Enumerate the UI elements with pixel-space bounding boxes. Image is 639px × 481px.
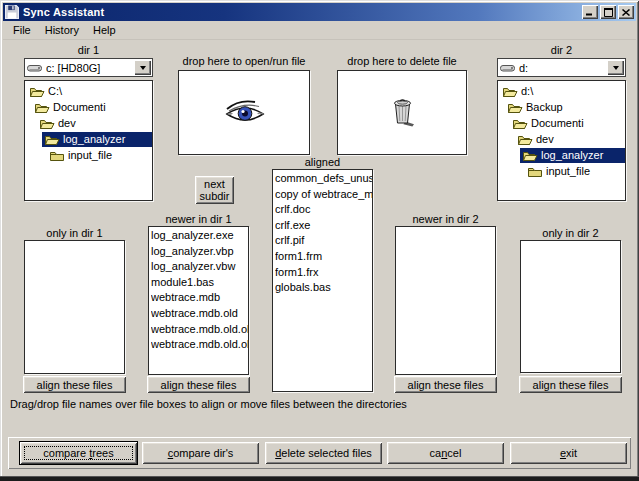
drive-icon (500, 63, 516, 73)
align-files-button-only-dir1[interactable]: align these files (23, 376, 126, 393)
action-panel: compare trees compare dir's delete selec… (8, 437, 631, 469)
newer-dir2-list[interactable] (395, 226, 496, 375)
aligned-list[interactable]: common_defs_unuscopy of webtrace_mcrlf.d… (272, 169, 373, 392)
dir2-drive-combo[interactable]: d: (497, 58, 626, 77)
cancel-button[interactable]: cancel (387, 442, 504, 464)
dir1-label: dir 1 (24, 44, 153, 57)
aligned-label: aligned (272, 156, 373, 169)
tree-row[interactable]: C:\ (25, 83, 152, 99)
newer-dir1-list[interactable]: log_analyzer.exelog_analyzer.vbplog_anal… (148, 226, 249, 375)
button-label: cancel (430, 447, 462, 459)
maximize-button[interactable] (600, 5, 616, 19)
list-item[interactable]: crlf.doc (275, 202, 372, 218)
eye-icon (224, 100, 266, 128)
list-item[interactable]: common_defs_unus (275, 171, 372, 187)
tree-row[interactable]: Backup (498, 99, 625, 115)
list-item[interactable]: webtrace.mdb (151, 290, 248, 306)
tree-item-label: dev (58, 117, 76, 129)
delete-selected-files-button[interactable]: delete selected files (265, 442, 382, 464)
closed-folder-icon (49, 149, 65, 162)
tree-item-label: log_analyzer (541, 149, 603, 161)
drop-open-target[interactable] (178, 70, 310, 155)
align-files-button-newer-dir2[interactable]: align these files (394, 376, 497, 393)
open-folder-icon (502, 85, 518, 98)
dir1-tree[interactable]: C:\Documentidevlog_analyzerinput_file (24, 80, 153, 201)
list-item[interactable]: webtrace.mdb.old (151, 306, 248, 322)
button-label: align these files (161, 379, 237, 391)
open-folder-icon (512, 117, 528, 130)
drag-drop-hint: Drag/drop file names over file boxes to … (10, 398, 407, 410)
only-dir2-list[interactable] (520, 240, 621, 373)
floppy-disk-icon[interactable] (5, 5, 19, 19)
list-item[interactable]: form1.frx (275, 265, 372, 281)
tree-item-label: input_file (546, 165, 590, 177)
tree-row[interactable]: input_file (25, 147, 152, 163)
list-item[interactable]: copy of webtrace_m (275, 187, 372, 203)
open-folder-icon (522, 149, 538, 162)
tree-item-label: C:\ (48, 85, 62, 97)
dir2-label: dir 2 (497, 44, 626, 57)
trash-icon (390, 95, 416, 129)
button-label: exit (560, 447, 577, 459)
only-dir1-label: only in dir 1 (24, 227, 125, 240)
compare-dirs-button[interactable]: compare dir's (142, 442, 259, 464)
button-label: align these files (533, 379, 609, 391)
tree-item-label: d:\ (521, 85, 533, 97)
open-folder-icon (517, 133, 533, 146)
button-label: align these files (37, 379, 113, 391)
tree-row[interactable]: input_file (498, 163, 625, 179)
menu-item[interactable]: Help (86, 22, 123, 38)
tree-row[interactable]: Documenti (25, 99, 152, 115)
list-item[interactable]: webtrace.mdb.old.ol (151, 337, 248, 353)
open-folder-icon (34, 101, 50, 114)
tree-item-label: input_file (68, 149, 112, 161)
list-item[interactable]: webtrace.mdb.old.ol (151, 322, 248, 338)
list-item[interactable]: form1.frm (275, 249, 372, 265)
tree-row[interactable]: log_analyzer (25, 131, 152, 147)
list-item[interactable]: crlf.pif (275, 233, 372, 249)
next-subdir-button[interactable]: next subdir (195, 176, 234, 204)
dir1-dropdown-button[interactable] (134, 60, 151, 75)
drop-delete-target[interactable] (337, 70, 467, 155)
list-item[interactable]: globals.bas (275, 280, 372, 296)
tree-row[interactable]: d:\ (498, 83, 625, 99)
align-files-button-newer-dir1[interactable]: align these files (147, 376, 250, 393)
menu-item[interactable]: File (6, 22, 38, 38)
drop-delete-label: drop here to delete file (337, 55, 467, 68)
close-button[interactable] (618, 5, 634, 19)
window-bottom-edge (0, 476, 639, 481)
tree-item-label: dev (536, 133, 554, 145)
button-label: subdir (200, 190, 230, 202)
window-title: Sync Assistant (23, 6, 104, 18)
dir1-drive-value: c: [HD80G] (46, 62, 134, 74)
button-label: align these files (408, 379, 484, 391)
list-item[interactable]: log_analyzer.exe (151, 228, 248, 244)
list-item[interactable]: crlf.exe (275, 218, 372, 234)
only-dir2-label: only in dir 2 (520, 227, 621, 240)
minimize-button[interactable] (582, 5, 598, 19)
tree-item-label: Documenti (53, 101, 106, 113)
dir2-tree[interactable]: d:\BackupDocumentidevlog_analyzerinput_f… (497, 80, 626, 201)
list-item[interactable]: log_analyzer.vbp (151, 244, 248, 260)
tree-item-label: Backup (526, 101, 563, 113)
button-label: compare dir's (168, 447, 234, 459)
drive-icon (27, 63, 43, 73)
compare-trees-button[interactable]: compare trees (20, 442, 137, 464)
align-files-button-only-dir2[interactable]: align these files (519, 376, 622, 393)
titlebar[interactable]: Sync Assistant (3, 3, 636, 21)
exit-button[interactable]: exit (510, 442, 627, 464)
tree-row[interactable]: log_analyzer (498, 147, 625, 163)
dir2-dropdown-button[interactable] (607, 60, 624, 75)
list-item[interactable]: module1.bas (151, 275, 248, 291)
only-dir1-list[interactable] (24, 240, 125, 374)
tree-row[interactable]: dev (25, 115, 152, 131)
newer-dir2-label: newer in dir 2 (395, 213, 496, 226)
dir1-drive-combo[interactable]: c: [HD80G] (24, 58, 153, 77)
tree-row[interactable]: Documenti (498, 115, 625, 131)
app-window: Sync Assistant FileHistoryHelp dir 1 c: … (0, 0, 639, 481)
button-label: delete selected files (275, 447, 372, 459)
menu-item[interactable]: History (38, 22, 86, 38)
tree-row[interactable]: dev (498, 131, 625, 147)
list-item[interactable]: log_analyzer.vbw (151, 259, 248, 275)
tree-item-label: log_analyzer (63, 133, 125, 145)
